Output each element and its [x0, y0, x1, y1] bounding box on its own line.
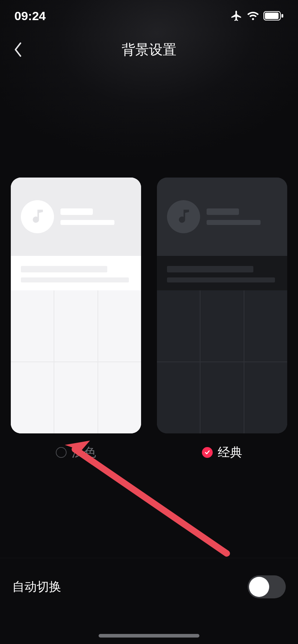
wifi-icon — [247, 11, 259, 21]
airplane-mode-icon — [230, 10, 243, 22]
battery-icon — [263, 11, 284, 20]
auto-switch-row: 自动切换 — [0, 558, 298, 615]
switch-knob — [249, 577, 269, 597]
preview-header — [157, 178, 287, 256]
theme-preview-dark — [157, 178, 287, 433]
chevron-left-icon — [13, 42, 23, 58]
theme-name-dark: 经典 — [218, 444, 242, 461]
preview-grid — [11, 290, 141, 433]
svg-rect-1 — [265, 13, 279, 19]
theme-name-light: 浅色 — [72, 444, 96, 461]
theme-option-light[interactable]: 浅色 — [11, 178, 141, 461]
svg-line-3 — [75, 449, 227, 553]
radio-checked-icon — [202, 447, 213, 458]
theme-preview-light — [11, 178, 141, 433]
svg-rect-2 — [281, 14, 283, 18]
preview-header — [11, 178, 141, 256]
music-note-icon — [167, 200, 200, 233]
page-header: 背景设置 — [0, 32, 298, 68]
preview-body-lines — [11, 256, 141, 290]
theme-option-dark[interactable]: 经典 — [157, 178, 287, 461]
preview-text-lines — [207, 208, 261, 225]
home-indicator — [99, 634, 199, 638]
preview-body-lines — [157, 256, 287, 290]
auto-switch-label: 自动切换 — [12, 579, 61, 595]
status-time: 09:24 — [14, 9, 46, 23]
back-button[interactable] — [7, 39, 29, 60]
music-note-icon — [21, 200, 54, 233]
preview-grid — [157, 290, 287, 433]
theme-options: 浅色 经典 — [11, 178, 287, 461]
theme-label-dark: 经典 — [202, 444, 242, 461]
theme-label-light: 浅色 — [56, 444, 96, 461]
radio-unchecked-icon — [56, 447, 67, 458]
auto-switch-toggle[interactable] — [248, 575, 286, 598]
status-icons — [230, 10, 284, 22]
preview-text-lines — [60, 208, 114, 225]
page-title: 背景设置 — [122, 41, 176, 59]
status-bar: 09:24 — [0, 0, 298, 32]
